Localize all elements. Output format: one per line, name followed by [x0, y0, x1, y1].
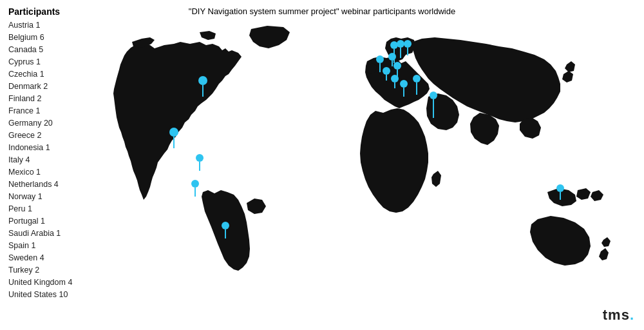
svg-point-21	[393, 62, 401, 70]
svg-point-19	[388, 53, 396, 61]
svg-point-1	[198, 76, 207, 85]
svg-point-3	[169, 128, 178, 137]
list-item: Mexico 1	[8, 166, 72, 179]
title-text: "DIY Navigation system summer project" w…	[189, 6, 455, 16]
svg-point-13	[397, 40, 404, 48]
map-container	[100, 19, 628, 316]
logo-dot: .	[630, 307, 634, 323]
svg-point-17	[376, 55, 384, 63]
svg-point-7	[191, 180, 199, 188]
list-item: United Kingdom 4	[8, 277, 72, 289]
svg-point-5	[196, 154, 204, 162]
svg-point-9	[222, 222, 229, 229]
svg-point-29	[413, 75, 421, 82]
page: "DIY Navigation system summer project" w…	[0, 0, 644, 330]
svg-point-33	[556, 184, 564, 192]
world-map	[100, 19, 628, 316]
svg-point-25	[391, 75, 399, 82]
svg-point-27	[400, 80, 408, 88]
list-item: Spain 1	[8, 240, 72, 252]
list-item: Portugal 1	[8, 215, 72, 228]
list-item: Finland 2	[8, 93, 72, 105]
participants-list: Austria 1Belgium 6Canada 5Cyprus 1Czechi…	[8, 19, 72, 301]
svg-point-11	[390, 41, 398, 49]
chart-title: "DIY Navigation system summer project" w…	[0, 6, 644, 16]
list-item: Norway 1	[8, 191, 72, 203]
list-item: Czechia 1	[8, 68, 72, 81]
list-item: Belgium 6	[8, 32, 72, 44]
list-item: Italy 4	[8, 154, 72, 166]
participants-heading: Participants	[8, 6, 60, 17]
svg-point-31	[430, 92, 437, 99]
list-item: Turkey 2	[8, 264, 72, 277]
list-item: Sweden 4	[8, 252, 72, 264]
list-item: Indonesia 1	[8, 142, 72, 154]
list-item: Saudi Arabia 1	[8, 228, 72, 240]
list-item: Denmark 2	[8, 81, 72, 93]
list-item: Germany 20	[8, 117, 72, 130]
list-item: Cyprus 1	[8, 56, 72, 68]
list-item: Austria 1	[8, 19, 72, 32]
svg-point-23	[383, 67, 390, 75]
list-item: Canada 5	[8, 44, 72, 56]
list-item: Greece 2	[8, 130, 72, 142]
svg-point-15	[404, 40, 412, 48]
list-item: France 1	[8, 105, 72, 117]
list-item: Netherlands 4	[8, 179, 72, 191]
list-item: United States 10	[8, 289, 72, 301]
list-item: Peru 1	[8, 203, 72, 215]
tms-logo: tms.	[603, 307, 634, 324]
